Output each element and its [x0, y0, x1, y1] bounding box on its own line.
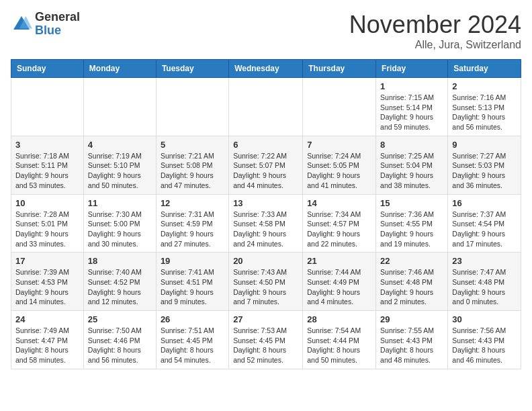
- day-detail: Sunrise: 7:25 AM Sunset: 5:04 PM Dayligh…: [380, 151, 443, 191]
- day-number: 17: [15, 256, 79, 266]
- day-number: 23: [452, 256, 517, 266]
- page-header: General Blue November 2024 Alle, Jura, S…: [11, 11, 521, 51]
- day-detail: Sunrise: 7:19 AM Sunset: 5:10 PM Dayligh…: [88, 151, 152, 191]
- day-number: 15: [380, 198, 443, 208]
- calendar-cell: 4Sunrise: 7:19 AM Sunset: 5:10 PM Daylig…: [83, 136, 156, 194]
- calendar-cell: 15Sunrise: 7:36 AM Sunset: 4:55 PM Dayli…: [376, 194, 448, 253]
- calendar-week-row: 24Sunrise: 7:49 AM Sunset: 4:47 PM Dayli…: [11, 311, 521, 369]
- calendar-week-row: 3Sunrise: 7:18 AM Sunset: 5:11 PM Daylig…: [11, 136, 521, 194]
- calendar-cell: [83, 78, 156, 136]
- calendar-week-row: 1Sunrise: 7:15 AM Sunset: 5:14 PM Daylig…: [11, 78, 521, 136]
- header-day: Saturday: [448, 60, 521, 78]
- day-detail: Sunrise: 7:47 AM Sunset: 4:48 PM Dayligh…: [452, 267, 517, 307]
- calendar-week-row: 10Sunrise: 7:28 AM Sunset: 5:01 PM Dayli…: [11, 194, 521, 253]
- day-number: 19: [161, 256, 224, 266]
- logo-blue: Blue: [35, 24, 80, 38]
- logo-text: General Blue: [35, 11, 80, 38]
- calendar-cell: [11, 78, 84, 136]
- day-number: 2: [452, 81, 517, 91]
- day-number: 25: [88, 314, 152, 324]
- calendar-cell: 8Sunrise: 7:25 AM Sunset: 5:04 PM Daylig…: [376, 136, 448, 194]
- day-number: 26: [161, 314, 224, 324]
- calendar-week-row: 17Sunrise: 7:39 AM Sunset: 4:53 PM Dayli…: [11, 253, 521, 311]
- day-number: 29: [380, 314, 443, 324]
- day-number: 28: [307, 314, 371, 324]
- day-detail: Sunrise: 7:21 AM Sunset: 5:08 PM Dayligh…: [161, 151, 224, 191]
- calendar-table: SundayMondayTuesdayWednesdayThursdayFrid…: [11, 59, 521, 369]
- day-detail: Sunrise: 7:16 AM Sunset: 5:13 PM Dayligh…: [452, 93, 517, 132]
- day-number: 12: [161, 198, 224, 208]
- day-detail: Sunrise: 7:49 AM Sunset: 4:47 PM Dayligh…: [15, 326, 79, 365]
- day-detail: Sunrise: 7:31 AM Sunset: 4:59 PM Dayligh…: [161, 210, 224, 249]
- day-detail: Sunrise: 7:22 AM Sunset: 5:07 PM Dayligh…: [233, 151, 298, 191]
- day-number: 11: [88, 198, 152, 208]
- calendar-cell: 25Sunrise: 7:50 AM Sunset: 4:46 PM Dayli…: [83, 311, 156, 369]
- calendar-cell: 10Sunrise: 7:28 AM Sunset: 5:01 PM Dayli…: [11, 194, 84, 253]
- day-detail: Sunrise: 7:15 AM Sunset: 5:14 PM Dayligh…: [380, 93, 443, 132]
- day-number: 24: [15, 314, 79, 324]
- calendar-cell: 3Sunrise: 7:18 AM Sunset: 5:11 PM Daylig…: [11, 136, 84, 194]
- location-title: Alle, Jura, Switzerland: [349, 39, 521, 51]
- day-detail: Sunrise: 7:24 AM Sunset: 5:05 PM Dayligh…: [307, 151, 371, 191]
- day-detail: Sunrise: 7:41 AM Sunset: 4:51 PM Dayligh…: [161, 267, 224, 307]
- day-detail: Sunrise: 7:55 AM Sunset: 4:43 PM Dayligh…: [380, 326, 443, 365]
- logo-general: General: [35, 11, 80, 24]
- header-day: Sunday: [11, 60, 84, 78]
- calendar-cell: 12Sunrise: 7:31 AM Sunset: 4:59 PM Dayli…: [156, 194, 228, 253]
- day-number: 22: [380, 256, 443, 266]
- header-day: Wednesday: [229, 60, 303, 78]
- calendar-cell: 28Sunrise: 7:54 AM Sunset: 4:44 PM Dayli…: [303, 311, 376, 369]
- day-detail: Sunrise: 7:33 AM Sunset: 4:58 PM Dayligh…: [233, 210, 298, 249]
- day-number: 30: [452, 314, 517, 324]
- calendar-cell: 21Sunrise: 7:44 AM Sunset: 4:49 PM Dayli…: [303, 253, 376, 311]
- day-detail: Sunrise: 7:43 AM Sunset: 4:50 PM Dayligh…: [233, 267, 298, 307]
- day-detail: Sunrise: 7:28 AM Sunset: 5:01 PM Dayligh…: [15, 210, 79, 249]
- calendar-cell: 2Sunrise: 7:16 AM Sunset: 5:13 PM Daylig…: [448, 78, 521, 136]
- day-detail: Sunrise: 7:34 AM Sunset: 4:57 PM Dayligh…: [307, 210, 371, 249]
- calendar-cell: [229, 78, 303, 136]
- calendar-cell: 14Sunrise: 7:34 AM Sunset: 4:57 PM Dayli…: [303, 194, 376, 253]
- header-day: Tuesday: [156, 60, 228, 78]
- header-day: Monday: [83, 60, 156, 78]
- day-detail: Sunrise: 7:54 AM Sunset: 4:44 PM Dayligh…: [307, 326, 371, 365]
- calendar-cell: [156, 78, 228, 136]
- calendar-cell: 13Sunrise: 7:33 AM Sunset: 4:58 PM Dayli…: [229, 194, 303, 253]
- day-number: 8: [380, 140, 443, 150]
- day-number: 10: [15, 198, 79, 208]
- calendar-cell: 30Sunrise: 7:56 AM Sunset: 4:43 PM Dayli…: [448, 311, 521, 369]
- day-number: 14: [307, 198, 371, 208]
- day-number: 5: [161, 140, 224, 150]
- day-number: 9: [452, 140, 517, 150]
- title-area: November 2024 Alle, Jura, Switzerland: [349, 11, 521, 51]
- day-number: 13: [233, 198, 298, 208]
- calendar-cell: 20Sunrise: 7:43 AM Sunset: 4:50 PM Dayli…: [229, 253, 303, 311]
- day-number: 20: [233, 256, 298, 266]
- day-detail: Sunrise: 7:36 AM Sunset: 4:55 PM Dayligh…: [380, 210, 443, 249]
- day-detail: Sunrise: 7:39 AM Sunset: 4:53 PM Dayligh…: [15, 267, 79, 307]
- calendar-cell: 11Sunrise: 7:30 AM Sunset: 5:00 PM Dayli…: [83, 194, 156, 253]
- month-title: November 2024: [349, 11, 521, 39]
- calendar-cell: 22Sunrise: 7:46 AM Sunset: 4:48 PM Dayli…: [376, 253, 448, 311]
- day-number: 7: [307, 140, 371, 150]
- day-detail: Sunrise: 7:44 AM Sunset: 4:49 PM Dayligh…: [307, 267, 371, 307]
- calendar-cell: 7Sunrise: 7:24 AM Sunset: 5:05 PM Daylig…: [303, 136, 376, 194]
- header-day: Friday: [376, 60, 448, 78]
- calendar-cell: 6Sunrise: 7:22 AM Sunset: 5:07 PM Daylig…: [229, 136, 303, 194]
- day-detail: Sunrise: 7:40 AM Sunset: 4:52 PM Dayligh…: [88, 267, 152, 307]
- day-number: 18: [88, 256, 152, 266]
- day-detail: Sunrise: 7:56 AM Sunset: 4:43 PM Dayligh…: [452, 326, 517, 365]
- calendar-cell: 9Sunrise: 7:27 AM Sunset: 5:03 PM Daylig…: [448, 136, 521, 194]
- day-detail: Sunrise: 7:18 AM Sunset: 5:11 PM Dayligh…: [15, 151, 79, 191]
- day-number: 16: [452, 198, 517, 208]
- logo: General Blue: [11, 11, 80, 38]
- day-detail: Sunrise: 7:27 AM Sunset: 5:03 PM Dayligh…: [452, 151, 517, 191]
- calendar-cell: 16Sunrise: 7:37 AM Sunset: 4:54 PM Dayli…: [448, 194, 521, 253]
- header-day: Thursday: [303, 60, 376, 78]
- day-detail: Sunrise: 7:51 AM Sunset: 4:45 PM Dayligh…: [161, 326, 224, 365]
- day-number: 27: [233, 314, 298, 324]
- day-number: 4: [88, 140, 152, 150]
- day-detail: Sunrise: 7:53 AM Sunset: 4:45 PM Dayligh…: [233, 326, 298, 365]
- calendar-cell: 26Sunrise: 7:51 AM Sunset: 4:45 PM Dayli…: [156, 311, 228, 369]
- calendar-cell: 18Sunrise: 7:40 AM Sunset: 4:52 PM Dayli…: [83, 253, 156, 311]
- day-detail: Sunrise: 7:46 AM Sunset: 4:48 PM Dayligh…: [380, 267, 443, 307]
